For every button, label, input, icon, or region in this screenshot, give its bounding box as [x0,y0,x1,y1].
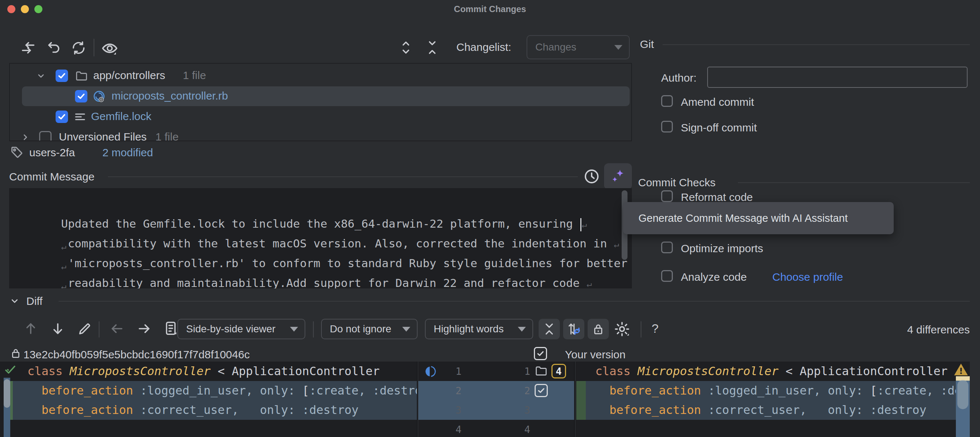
change-gutter-stripe [576,381,586,420]
commit-message-divider [108,176,578,177]
tree-row-app-controllers[interactable]: app/controllers 1 file [10,66,631,86]
choose-profile-link[interactable]: Choose profile [772,271,843,283]
line-number-right: 1 [511,362,530,381]
code-line: before_action :correct_user, only: :dest… [595,400,970,420]
checkbox-checked[interactable] [56,110,68,123]
optimize-imports-checkbox[interactable] [661,242,673,253]
commit-changes-dialog: Commit Changes Chang [0,0,980,437]
diff-left-editor[interactable]: class MicropostsController < Application… [0,362,418,437]
reformat-code-checkbox[interactable] [661,190,673,202]
diff-right-editor[interactable]: class MicropostsController < Application… [576,362,970,437]
compare-next-file-icon[interactable] [136,321,152,338]
ai-assistant-button[interactable] [604,163,632,190]
code-line: before_action :logged_in_user, only: [:c… [595,381,970,400]
tree-row-unversioned-files[interactable]: Unversioned Files 1 file [10,128,631,141]
edit-source-icon[interactable] [77,321,93,338]
signoff-commit-checkbox[interactable] [661,121,673,132]
difftoolbar-separator [313,321,314,337]
help-button[interactable]: ? [652,321,659,336]
previous-difference-icon[interactable] [23,321,39,338]
rollback-icon[interactable] [45,40,62,58]
next-difference-icon[interactable] [50,321,66,338]
diff-section-title: Diff [26,295,42,308]
tree-row-microposts-controller[interactable]: microposts_controller.rb [10,86,631,106]
commit-history-icon[interactable] [583,167,600,187]
line-number-left: 2 [442,381,461,400]
line-number-left: 4 [442,420,461,437]
tree-file-count: 1 file [183,69,206,81]
analyze-code-checkbox[interactable] [661,270,673,282]
diff-center-gutter: 1 1 2 2 3 3 4 4 4 [418,362,575,437]
tree-label-file: microposts_controller.rb [111,90,228,102]
line-number-right: 3 [511,400,530,420]
viewer-mode-value: Side-by-side viewer [186,323,275,335]
collapse-unchanged-button[interactable] [539,319,560,339]
disable-editing-button[interactable] [588,319,609,339]
code-line: class MicropostsController < Application… [595,362,970,381]
collapse-all-icon[interactable] [424,40,440,57]
tree-label-directory: Unversioned Files [59,131,146,141]
lock-icon [10,347,22,361]
inspections-ok-icon [4,363,17,378]
difftoolbar-separator [641,321,641,337]
commit-message-line: ↵indentation [20,273,143,289]
left-editor-scrollbar-thumb[interactable] [4,379,10,408]
commit-message-title: Commit Message [9,171,94,183]
checkbox-unchecked[interactable] [39,131,52,141]
commit-message-line: ↵readability and maintainability.Add sup… [20,253,592,273]
ai-assistant-tooltip: Generate Commit Message with AI Assistan… [623,202,894,234]
right-editor-scrollbar-thumb[interactable] [957,380,968,409]
code-lines-right: class MicropostsController < Application… [595,362,970,437]
expand-all-icon[interactable] [398,40,414,57]
ruby-file-icon [92,89,107,105]
compare-previous-file-icon[interactable] [109,321,125,338]
checkbox-checked[interactable] [75,90,88,102]
include-chunk-checkbox[interactable] [535,384,548,397]
changelist-dropdown[interactable]: Changes [527,35,630,59]
modified-files-link[interactable]: 2 modified [102,147,153,159]
amend-commit-checkbox[interactable] [661,95,673,107]
window-title: Commit Changes [0,4,980,14]
changelist-label: Changelist: [457,41,511,53]
branch-name: users-2fa [29,147,75,159]
whitespace-ignore-value: Do not ignore [330,323,391,335]
code-line [595,420,970,437]
commit-checks-divider [738,182,970,183]
change-gutter-stripe [10,381,13,420]
code-line: class MicropostsController < Application… [27,362,418,381]
diff-collapse-chevron-icon[interactable] [9,295,21,308]
commit-message-line: ↵'microposts_controller.rb' to conform t… [20,233,632,253]
viewer-mode-dropdown[interactable]: Side-by-side viewer [177,319,305,339]
folder-icon [75,70,88,84]
author-input[interactable] [707,67,967,88]
tag-icon [10,145,24,161]
checkbox-checked[interactable] [56,70,68,82]
refresh-icon[interactable] [70,40,87,58]
line-number-left: 1 [442,362,461,381]
chevron-down-icon[interactable] [35,70,46,83]
whitespace-ignore-dropdown[interactable]: Do not ignore [321,319,418,339]
your-version-checkbox[interactable] [534,347,547,360]
tree-row-gemfile-lock[interactable]: Gemfile.lock [10,107,631,127]
toolbar-separator [94,39,94,56]
chevron-right-icon[interactable] [20,132,31,141]
synchronize-scrolling-button[interactable] [563,319,584,339]
line-number-right: 2 [511,381,530,400]
jump-to-source-icon[interactable] [162,320,179,338]
chunk-count-badge[interactable]: 4 [551,364,566,378]
text-file-icon [73,110,87,125]
diff-settings-gear-icon[interactable] [613,320,631,340]
ai-sparkle-icon [608,167,627,186]
commit-message-editor[interactable]: Updated the Gemfile.lock to include the … [9,188,632,289]
highlight-mode-dropdown[interactable]: Highlight words [425,319,533,339]
code-line: before_action :logged_in_user, only: [:c… [27,381,418,400]
commit-message-line: ↵compatibility with the latest macOS ver… [20,214,619,233]
author-label: Author: [661,72,697,84]
git-section-title: Git [640,38,654,51]
difftoolbar-separator [99,321,99,337]
view-options-icon[interactable] [101,40,118,59]
code-line [27,420,418,437]
chevron-down-icon [614,45,622,50]
show-diff-icon[interactable] [20,40,37,58]
folder-chunk-icon[interactable] [535,365,548,379]
